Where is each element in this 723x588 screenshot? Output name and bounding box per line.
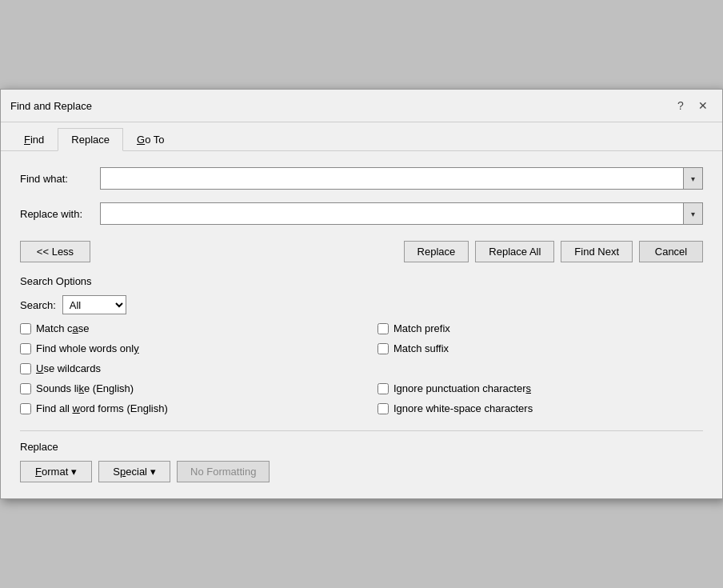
use-wildcards-item: Use wildcards xyxy=(20,362,346,374)
match-suffix-item: Match suffix xyxy=(377,342,703,354)
ignore-punctuation-checkbox[interactable] xyxy=(377,383,389,394)
tab-replace-label: Replace xyxy=(71,134,110,146)
replace-with-row: Replace with: ▾ xyxy=(20,202,703,225)
format-button[interactable]: Format ▾ xyxy=(20,461,92,482)
search-type-row: Search: All Up Down xyxy=(20,295,703,314)
replace-with-input[interactable] xyxy=(101,203,683,224)
title-bar-left: Find and Replace xyxy=(10,100,92,112)
divider xyxy=(20,430,703,431)
tab-goto[interactable]: Go To xyxy=(123,128,178,151)
tab-find[interactable]: Find xyxy=(10,128,58,151)
tab-bar: Find Replace Go To xyxy=(1,122,722,151)
replace-with-dropdown[interactable]: ▾ xyxy=(683,203,702,224)
match-case-checkbox[interactable] xyxy=(20,323,31,334)
replace-with-label: Replace with: xyxy=(20,208,100,220)
find-all-word-forms-item: Find all word forms (English) xyxy=(20,402,346,414)
search-label: Search: xyxy=(20,299,56,311)
dialog-content: Find what: ▾ Replace with: ▾ << Less Rep… xyxy=(1,151,722,498)
special-label: Special xyxy=(113,466,147,478)
ignore-punctuation-label: Ignore punctuation characters xyxy=(393,382,531,394)
find-what-input-wrap: ▾ xyxy=(100,167,703,190)
match-prefix-item: Match prefix xyxy=(377,322,703,334)
sounds-like-label: Sounds like (English) xyxy=(36,382,134,394)
dialog-title: Find and Replace xyxy=(10,100,92,112)
use-wildcards-label: Use wildcards xyxy=(36,362,101,374)
tab-goto-label: Go To xyxy=(137,134,164,146)
sounds-like-checkbox[interactable] xyxy=(20,383,31,394)
search-options-section: Search Options Search: All Up Down Match… xyxy=(20,275,703,414)
help-button[interactable]: ? xyxy=(671,96,690,115)
ignore-whitespace-item: Ignore white-space characters xyxy=(377,402,703,414)
find-all-word-forms-label: Find all word forms (English) xyxy=(36,402,168,414)
no-formatting-button[interactable]: No Formatting xyxy=(177,461,270,482)
title-bar: Find and Replace ? ✕ xyxy=(1,90,722,122)
ignore-whitespace-label: Ignore white-space characters xyxy=(393,402,533,414)
match-case-label: Match case xyxy=(36,322,89,334)
search-options-title: Search Options xyxy=(20,275,703,287)
find-what-dropdown[interactable]: ▾ xyxy=(683,168,702,189)
less-button[interactable]: << Less xyxy=(20,241,90,262)
match-case-item: Match case xyxy=(20,322,346,334)
find-all-word-forms-checkbox[interactable] xyxy=(20,403,31,414)
replace-all-button[interactable]: Replace All xyxy=(475,241,554,262)
tab-find-label: Find xyxy=(24,134,44,146)
cancel-button[interactable]: Cancel xyxy=(639,241,703,262)
action-buttons-row: << Less Replace Replace All Find Next Ca… xyxy=(20,241,703,262)
find-whole-words-label: Find whole words only xyxy=(36,342,139,354)
format-buttons-row: Format ▾ Special ▾ No Formatting xyxy=(20,461,703,482)
find-what-label: Find what: xyxy=(20,173,100,185)
ignore-whitespace-checkbox[interactable] xyxy=(377,403,389,414)
match-prefix-checkbox[interactable] xyxy=(377,323,389,334)
match-prefix-label: Match prefix xyxy=(393,322,450,334)
find-whole-words-item: Find whole words only xyxy=(20,342,346,354)
checkboxes-grid: Match case Match prefix Find whole words… xyxy=(20,322,703,414)
use-wildcards-checkbox[interactable] xyxy=(20,363,31,374)
title-bar-right: ? ✕ xyxy=(671,96,713,115)
find-whole-words-checkbox[interactable] xyxy=(20,343,31,354)
special-button[interactable]: Special ▾ xyxy=(98,461,170,482)
replace-with-input-wrap: ▾ xyxy=(100,202,703,225)
find-next-button[interactable]: Find Next xyxy=(561,241,633,262)
replace-button[interactable]: Replace xyxy=(404,241,469,262)
replace-section-label: Replace xyxy=(20,441,703,453)
match-suffix-label: Match suffix xyxy=(393,342,449,354)
sounds-like-item: Sounds like (English) xyxy=(20,382,346,394)
match-suffix-checkbox[interactable] xyxy=(377,343,389,354)
search-select[interactable]: All Up Down xyxy=(62,295,126,314)
find-what-row: Find what: ▾ xyxy=(20,167,703,190)
format-label: Format xyxy=(35,466,68,478)
close-button[interactable]: ✕ xyxy=(693,96,713,115)
ignore-punctuation-item: Ignore punctuation characters xyxy=(377,382,703,394)
find-replace-dialog: Find and Replace ? ✕ Find Replace Go To … xyxy=(0,89,723,499)
find-what-input[interactable] xyxy=(101,168,683,189)
replace-section: Replace Format ▾ Special ▾ No Formatting xyxy=(20,441,703,482)
tab-replace[interactable]: Replace xyxy=(58,128,123,151)
